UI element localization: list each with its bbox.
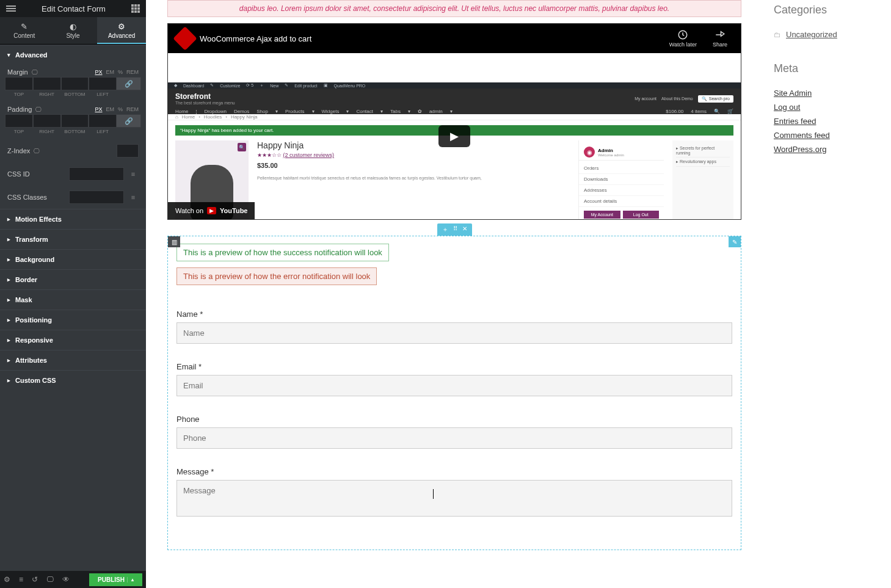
history-icon[interactable]: ↺ [32, 575, 38, 584]
pencil-icon: ✎ [0, 22, 49, 31]
cssclasses-input[interactable] [69, 191, 124, 204]
margin-bottom-input[interactable] [61, 77, 89, 90]
hamburger-icon[interactable] [6, 4, 16, 13]
error-notification-preview: This is a preview of how the error notif… [176, 267, 377, 285]
margin-units[interactable]: PX EM % REM [95, 69, 139, 75]
device-icon[interactable]: 🖵 [34, 148, 40, 154]
tab-style-label: Style [66, 32, 79, 39]
section-mask-toggle[interactable]: Mask [0, 289, 146, 310]
padding-top-input[interactable] [5, 114, 33, 128]
section-background-toggle[interactable]: Background [0, 249, 146, 269]
link-comments-feed[interactable]: Comments feed [774, 128, 880, 142]
section-responsive-toggle[interactable]: Responsive [0, 330, 146, 350]
message-textarea[interactable] [176, 480, 732, 517]
folder-icon: 🗀 [774, 31, 781, 39]
watch-later-button[interactable]: Watch later [664, 29, 702, 48]
zindex-label: Z-Index🖵 [7, 147, 40, 154]
link-margin-icon[interactable]: 🔗 [117, 77, 141, 90]
column-handle-icon[interactable]: ▥ [168, 236, 180, 247]
margin-top-input[interactable] [5, 77, 33, 90]
responsive-icon[interactable]: 🖵 [46, 575, 54, 584]
link-logout[interactable]: Log out [774, 100, 880, 114]
device-icon[interactable]: 🖵 [32, 69, 38, 76]
warning-text: dapibus leo. Lorem ipsum dolor sit amet,… [167, 0, 741, 17]
play-button[interactable]: ▶ [438, 125, 470, 147]
close-section-icon[interactable]: ✕ [462, 225, 467, 234]
section-motion-toggle[interactable]: Motion Effects [0, 209, 146, 229]
link-padding-icon[interactable]: 🔗 [117, 114, 141, 128]
device-icon[interactable]: 🖵 [35, 106, 42, 113]
padding-bottom-input[interactable] [61, 114, 89, 128]
link-entries-feed[interactable]: Entries feed [774, 114, 880, 128]
settings-icon[interactable]: ⚙ [4, 575, 10, 584]
tab-advanced[interactable]: ⚙ Advanced [97, 17, 146, 44]
contrast-icon: ◐ [49, 22, 98, 31]
add-section-icon[interactable]: ＋ [442, 225, 448, 234]
chevron-up-icon[interactable]: ▴ [127, 577, 134, 583]
youtube-logo-icon: ▶ [207, 207, 216, 214]
section-transform-toggle[interactable]: Transform [0, 229, 146, 249]
zindex-input[interactable] [117, 144, 139, 158]
tab-advanced-label: Advanced [108, 32, 135, 39]
meta-heading: Meta [774, 62, 880, 75]
caret-down-icon [7, 52, 10, 58]
navigator-icon[interactable]: ≡ [19, 575, 23, 584]
contact-form-widget[interactable]: ▥ ✎ This is a preview of how the success… [167, 236, 741, 550]
email-label: Email * [176, 362, 732, 371]
cssid-input[interactable] [69, 167, 124, 181]
margin-left-input[interactable] [89, 77, 117, 90]
phone-label: Phone [176, 415, 732, 424]
padding-right-input[interactable] [33, 114, 61, 128]
publish-button[interactable]: PUBLISH ▴ [89, 573, 142, 586]
share-icon [715, 29, 726, 40]
video-title: WooCommerce Ajax add to cart [200, 34, 658, 43]
text-cursor-icon [433, 489, 434, 499]
tab-content-label: Content [13, 32, 35, 39]
watch-on-youtube[interactable]: Watch on ▶ YouTube [168, 202, 255, 219]
success-notification-preview: This is a preview of how the success not… [176, 244, 389, 261]
video-embed: WooCommerce Ajax add to cart Watch later… [167, 23, 741, 220]
cssid-label: CSS ID [7, 170, 30, 178]
section-advanced-label: Advanced [15, 51, 48, 59]
dynamic-tag-icon[interactable]: ≡ [128, 167, 139, 181]
name-input[interactable] [176, 322, 732, 344]
clock-icon [677, 29, 688, 40]
widgets-grid-icon[interactable] [131, 4, 140, 13]
panel-title: Edit Contact Form [16, 4, 131, 13]
section-border-toggle[interactable]: Border [0, 269, 146, 289]
section-customcss-toggle[interactable]: Custom CSS [0, 370, 146, 390]
padding-left-input[interactable] [89, 114, 117, 128]
categories-heading: Categories [774, 4, 880, 16]
email-input[interactable] [176, 375, 732, 396]
edit-widget-icon[interactable]: ✎ [729, 236, 741, 247]
link-site-admin[interactable]: Site Admin [774, 86, 880, 100]
section-attributes-toggle[interactable]: Attributes [0, 350, 146, 370]
message-label: Message * [176, 467, 732, 476]
margin-right-input[interactable] [33, 77, 61, 90]
preview-icon[interactable]: 👁 [62, 575, 70, 584]
edit-section-icon[interactable]: ⠿ [453, 225, 457, 234]
phone-input[interactable] [176, 427, 732, 449]
name-label: Name * [176, 310, 732, 319]
magnify-icon: 🔍 [238, 143, 246, 151]
gear-icon: ⚙ [97, 22, 146, 31]
cssclasses-label: CSS Classes [7, 194, 47, 201]
category-uncategorized[interactable]: 🗀 Uncategorized [774, 27, 880, 42]
section-positioning-toggle[interactable]: Positioning [0, 310, 146, 330]
link-wordpress-org[interactable]: WordPress.org [774, 142, 880, 156]
tab-style[interactable]: ◐ Style [49, 17, 98, 44]
padding-units[interactable]: PX EM % REM [95, 106, 139, 112]
dynamic-tag-icon[interactable]: ≡ [128, 191, 139, 204]
section-advanced-toggle[interactable]: Advanced [0, 45, 146, 65]
tab-content[interactable]: ✎ Content [0, 17, 49, 44]
padding-label: Padding🖵 [7, 106, 42, 113]
share-button[interactable]: Share [708, 29, 732, 48]
channel-logo-icon [173, 26, 197, 51]
margin-label: Margin🖵 [7, 68, 38, 76]
